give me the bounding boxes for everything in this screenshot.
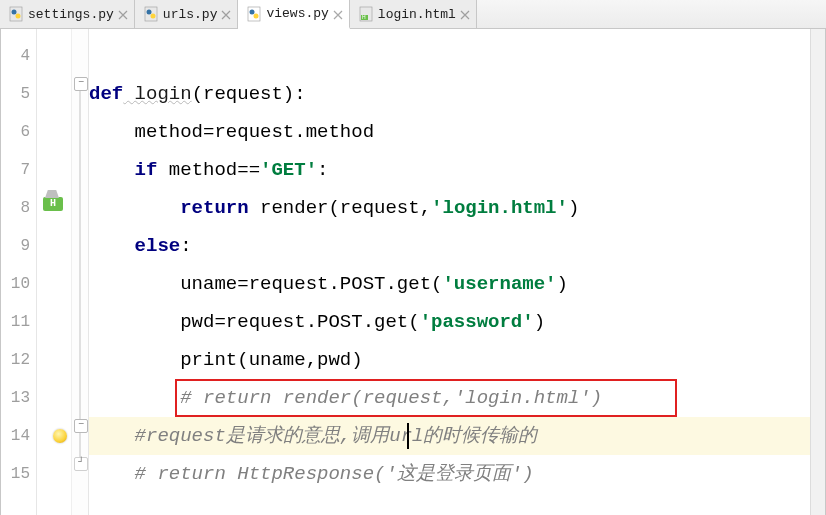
code-line: # return render(request,'login.html') (89, 379, 825, 417)
line-number: 11 (1, 303, 36, 341)
svg-point-4 (146, 10, 151, 15)
svg-point-1 (12, 10, 17, 15)
fold-guide-line (79, 91, 81, 463)
line-number: 13 (1, 379, 36, 417)
code-line: pwd=request.POST.get('password') (89, 303, 825, 341)
svg-rect-6 (248, 7, 260, 21)
svg-rect-3 (145, 7, 157, 21)
line-number: 6 (1, 113, 36, 151)
line-number: 12 (1, 341, 36, 379)
tab-label: settings.py (28, 7, 114, 22)
fold-column: − − ┘ (72, 29, 89, 515)
tab-label: login.html (378, 7, 456, 22)
code-line: else: (89, 227, 825, 265)
marker-column: H (37, 29, 72, 515)
close-icon[interactable] (221, 9, 231, 19)
scrollbar-vertical[interactable] (810, 29, 825, 515)
tab-label: urls.py (163, 7, 218, 22)
fold-end-icon[interactable]: ┘ (74, 457, 88, 471)
svg-rect-0 (10, 7, 22, 21)
python-file-icon (246, 6, 262, 22)
code-line: def login(request): (89, 75, 825, 113)
python-file-icon (143, 6, 159, 22)
code-line-current: #request是请求的意思,调用url的时候传输的 (89, 417, 825, 455)
code-line: # return HttpResponse('这是登录页面') (89, 455, 825, 493)
close-icon[interactable] (333, 9, 343, 19)
code-line: method=request.method (89, 113, 825, 151)
html-reference-icon: H (43, 197, 63, 211)
close-icon[interactable] (118, 9, 128, 19)
tab-login-html[interactable]: H login.html (350, 0, 477, 28)
fold-toggle-icon[interactable]: − (74, 419, 88, 433)
code-line: uname=request.POST.get('username') (89, 265, 825, 303)
close-icon[interactable] (460, 9, 470, 19)
intention-bulb-icon[interactable] (53, 429, 67, 443)
svg-point-5 (150, 14, 155, 19)
tab-views[interactable]: views.py (238, 0, 349, 29)
line-number: 8 (1, 189, 36, 227)
line-number: 10 (1, 265, 36, 303)
line-number-gutter: 4 5 6 7 8 9 10 11 12 13 14 15 (1, 29, 37, 515)
code-area[interactable]: def login(request): method=request.metho… (89, 29, 825, 515)
line-number: 15 (1, 455, 36, 493)
line-number: 5 (1, 75, 36, 113)
html-file-icon: H (358, 6, 374, 22)
tab-bar: settings.py urls.py views.py H login.htm… (0, 0, 826, 29)
svg-point-2 (16, 14, 21, 19)
svg-point-8 (254, 13, 259, 18)
tab-label: views.py (266, 6, 328, 21)
fold-toggle-icon[interactable]: − (74, 77, 88, 91)
code-line: print(uname,pwd) (89, 341, 825, 379)
tab-settings[interactable]: settings.py (0, 0, 135, 28)
svg-text:H: H (362, 14, 366, 20)
code-line: if method=='GET': (89, 151, 825, 189)
line-number: 9 (1, 227, 36, 265)
code-line (89, 37, 825, 75)
tab-bar-empty-area (477, 0, 826, 28)
line-number: 7 (1, 151, 36, 189)
tab-urls[interactable]: urls.py (135, 0, 239, 28)
code-line: return render(request,'login.html') (89, 189, 825, 227)
line-number: 14 (1, 417, 36, 455)
svg-point-7 (250, 9, 255, 14)
python-file-icon (8, 6, 24, 22)
line-number: 4 (1, 37, 36, 75)
text-caret (407, 423, 409, 449)
code-editor[interactable]: 4 5 6 7 8 9 10 11 12 13 14 15 H − − ┘ de… (0, 29, 826, 515)
